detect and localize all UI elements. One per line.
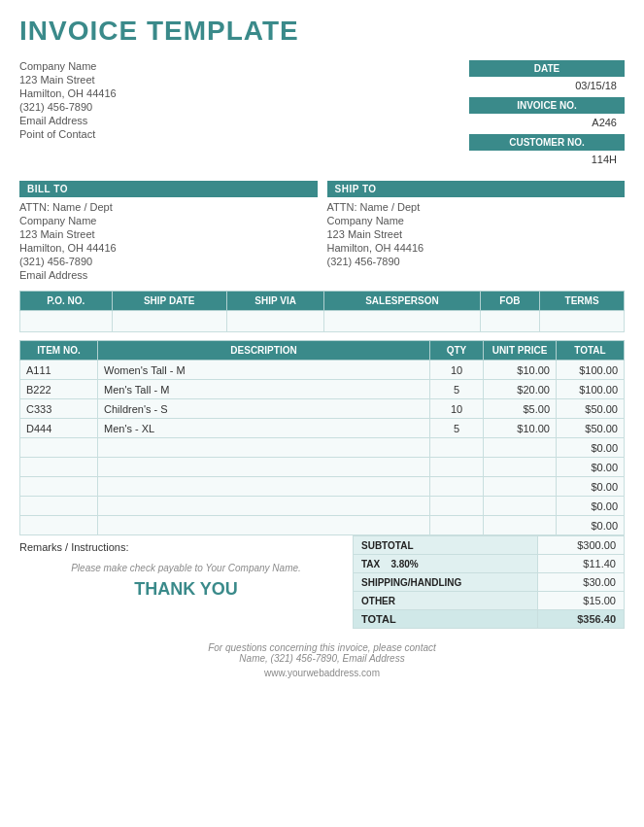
item-total: $0.00 bbox=[557, 516, 625, 535]
items-col-description: DESCRIPTION bbox=[98, 341, 430, 361]
date-label: DATE bbox=[469, 60, 625, 77]
item-unit bbox=[484, 497, 557, 516]
item-desc bbox=[98, 458, 430, 477]
item-unit: $20.00 bbox=[484, 380, 557, 399]
thank-you-text: THANK YOU bbox=[19, 579, 353, 600]
item-no: C333 bbox=[20, 399, 98, 419]
table-row: C333 Children's - S 10 $5.00 $50.00 bbox=[20, 399, 625, 419]
table-row: D444 Men's - XL 5 $10.00 $50.00 bbox=[20, 419, 625, 438]
item-qty bbox=[430, 458, 484, 477]
items-table: ITEM NO. DESCRIPTION QTY UNIT PRICE TOTA… bbox=[19, 340, 625, 535]
ship-attn: ATTN: Name / Dept bbox=[327, 201, 626, 213]
item-qty: 10 bbox=[430, 399, 484, 419]
table-row: B222 Men's Tall - M 5 $20.00 $100.00 bbox=[20, 380, 625, 399]
date-value: 03/15/18 bbox=[469, 78, 625, 93]
table-row: $0.00 bbox=[20, 497, 625, 516]
items-col-unit-price: UNIT PRICE bbox=[484, 341, 557, 361]
shipping-value: $30.00 bbox=[537, 573, 624, 592]
check-payable-text: Please make check payable to Your Compan… bbox=[19, 563, 353, 573]
item-no: B222 bbox=[20, 380, 98, 399]
company-address2: Hamilton, OH 44416 bbox=[19, 87, 117, 99]
other-value: $15.00 bbox=[537, 592, 624, 610]
item-no: A111 bbox=[20, 361, 98, 380]
other-label: OTHER bbox=[354, 592, 538, 610]
bill-email: Email Address bbox=[19, 269, 318, 281]
invoice-title: INVOICE TEMPLATE bbox=[19, 16, 625, 47]
item-total: $0.00 bbox=[557, 438, 625, 458]
invoice-no-value: A246 bbox=[469, 115, 625, 130]
website: www.yourwebaddress.com bbox=[19, 668, 625, 678]
table-row: A111 Women's Tall - M 10 $10.00 $100.00 bbox=[20, 361, 625, 380]
item-no bbox=[20, 458, 98, 477]
table-row: $0.00 bbox=[20, 458, 625, 477]
item-total: $100.00 bbox=[557, 380, 625, 399]
company-address1: 123 Main Street bbox=[19, 74, 117, 86]
item-unit bbox=[484, 438, 557, 458]
item-unit: $5.00 bbox=[484, 399, 557, 419]
bill-attn: ATTN: Name / Dept bbox=[19, 201, 318, 213]
item-unit bbox=[484, 516, 557, 535]
bill-to-section: BILL TO ATTN: Name / Dept Company Name 1… bbox=[19, 181, 318, 283]
item-qty bbox=[430, 497, 484, 516]
shipping-label: SHIPPING/HANDLING bbox=[354, 573, 538, 592]
salesperson-value bbox=[324, 311, 480, 332]
item-unit bbox=[484, 477, 557, 497]
ship-phone: (321) 456-7890 bbox=[327, 256, 626, 267]
footer-bottom: For questions concerning this invoice, p… bbox=[19, 642, 625, 678]
item-unit: $10.00 bbox=[484, 361, 557, 380]
ship-address2: Hamilton, OH 44416 bbox=[327, 242, 626, 254]
po-col-terms: TERMS bbox=[540, 292, 625, 311]
terms-value bbox=[540, 311, 625, 332]
shipping-row: SHIPPING/HANDLING $30.00 bbox=[354, 573, 625, 592]
po-col-ship-date: SHIP DATE bbox=[112, 292, 226, 311]
item-desc: Men's - XL bbox=[98, 419, 430, 438]
item-desc bbox=[98, 497, 430, 516]
bill-company: Company Name bbox=[19, 215, 318, 226]
tax-row: TAX 3.80% $11.40 bbox=[354, 555, 625, 573]
item-desc: Women's Tall - M bbox=[98, 361, 430, 380]
fob-value bbox=[480, 311, 540, 332]
bill-to-header: BILL TO bbox=[19, 181, 318, 197]
contact-line1: For questions concerning this invoice, p… bbox=[19, 642, 625, 653]
item-unit: $10.00 bbox=[484, 419, 557, 438]
item-qty: 5 bbox=[430, 419, 484, 438]
po-col-po-no: P.O. NO. bbox=[20, 292, 113, 311]
company-phone: (321) 456-7890 bbox=[19, 101, 117, 113]
item-desc bbox=[98, 477, 430, 497]
table-row: $0.00 bbox=[20, 516, 625, 535]
table-row: $0.00 bbox=[20, 438, 625, 458]
company-name: Company Name bbox=[19, 60, 117, 72]
item-desc: Men's Tall - M bbox=[98, 380, 430, 399]
po-col-ship-via: SHIP VIA bbox=[226, 292, 324, 311]
po-table: P.O. NO. SHIP DATE SHIP VIA SALESPERSON … bbox=[19, 291, 625, 332]
total-value: $356.40 bbox=[537, 610, 624, 629]
subtotal-row: SUBTOTAL $300.00 bbox=[354, 536, 625, 555]
contact-line2: Name, (321) 456-7890, Email Address bbox=[19, 653, 625, 664]
invoice-no-label: INVOICE NO. bbox=[469, 97, 625, 114]
subtotal-value: $300.00 bbox=[537, 536, 624, 555]
ship-address1: 123 Main Street bbox=[327, 228, 626, 240]
item-qty: 5 bbox=[430, 380, 484, 399]
bottom-section: Remarks / Instructions: Please make chec… bbox=[19, 535, 625, 629]
item-desc bbox=[98, 516, 430, 535]
ship-date-value bbox=[112, 311, 226, 332]
item-no bbox=[20, 516, 98, 535]
ship-via-value bbox=[226, 311, 324, 332]
tax-value: $11.40 bbox=[537, 555, 624, 573]
totals-table: SUBTOTAL $300.00 TAX 3.80% $11.40 SHIPPI… bbox=[353, 535, 625, 629]
item-total: $0.00 bbox=[557, 497, 625, 516]
remarks-section: Remarks / Instructions: Please make chec… bbox=[19, 535, 353, 603]
totals-section: SUBTOTAL $300.00 TAX 3.80% $11.40 SHIPPI… bbox=[353, 535, 625, 629]
company-info: Company Name 123 Main Street Hamilton, O… bbox=[19, 60, 117, 171]
item-qty bbox=[430, 477, 484, 497]
ship-company: Company Name bbox=[327, 215, 626, 226]
bill-phone: (321) 456-7890 bbox=[19, 256, 318, 267]
items-col-qty: QTY bbox=[430, 341, 484, 361]
item-no bbox=[20, 477, 98, 497]
item-qty bbox=[430, 438, 484, 458]
bill-address1: 123 Main Street bbox=[19, 228, 318, 240]
customer-no-label: CUSTOMER NO. bbox=[469, 134, 625, 151]
item-total: $0.00 bbox=[557, 477, 625, 497]
po-col-salesperson: SALESPERSON bbox=[324, 292, 480, 311]
items-col-item-no: ITEM NO. bbox=[20, 341, 98, 361]
